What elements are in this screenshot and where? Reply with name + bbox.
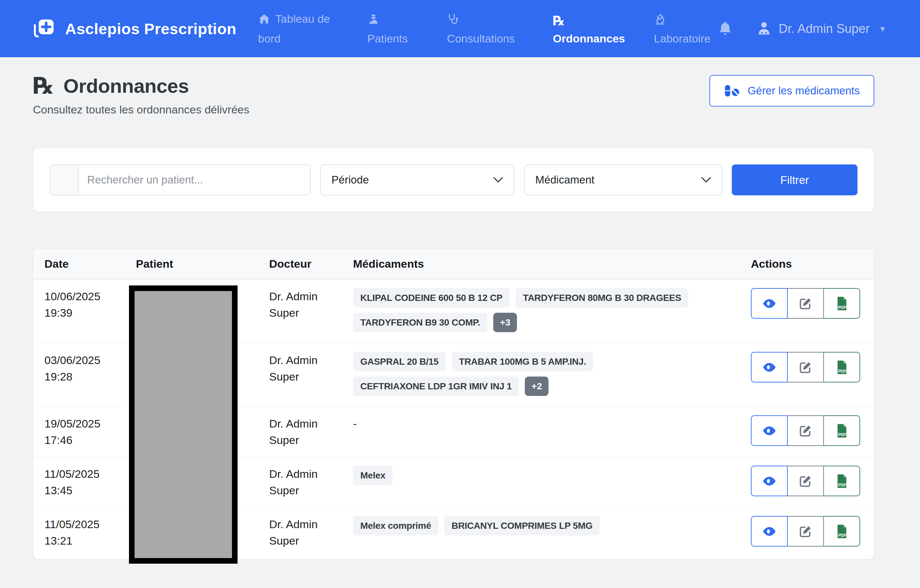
doctor-name: Dr. Admin Super	[269, 288, 329, 321]
bell-icon[interactable]	[718, 21, 732, 37]
export-pdf-button[interactable]: PDF	[823, 288, 860, 319]
home-icon	[258, 13, 270, 30]
prescription-date: 11/05/202513:45	[44, 466, 136, 499]
period-select[interactable]: Période	[320, 165, 514, 195]
export-pdf-button[interactable]: PDF	[823, 415, 860, 446]
row-actions: PDF	[751, 352, 863, 383]
svg-text:PDF: PDF	[838, 432, 846, 437]
nav-item-label: Consultations	[447, 32, 515, 45]
medication-pill: BRICANYL COMPRIMES LP 5MG	[444, 516, 600, 535]
brand-name: Asclepios Prescription	[65, 20, 236, 38]
edit-button[interactable]	[787, 466, 824, 496]
date-value: 11/05/2025	[44, 516, 136, 532]
date-value: 03/06/2025	[44, 352, 136, 368]
microscope-icon	[654, 13, 666, 30]
nav-item-consultations[interactable]: Consultations	[447, 10, 523, 47]
medications-cell: GASPRAL 20 B/15TRABAR 100MG B 5 AMP.INJ.…	[353, 352, 751, 396]
time-value: 13:21	[44, 532, 136, 549]
export-pdf-button[interactable]: PDF	[823, 466, 860, 496]
filter-button[interactable]: Filtrer	[732, 165, 857, 195]
view-button[interactable]	[751, 288, 788, 319]
table-header-row: DatePatientDocteurMédicamentsActions	[33, 249, 874, 279]
row-actions: PDF	[751, 415, 863, 446]
medication-pill: TARDYFERON 80MG B 30 DRAGEES	[516, 288, 688, 307]
view-button[interactable]	[751, 466, 788, 496]
view-button[interactable]	[751, 415, 788, 446]
time-value: 13:45	[44, 482, 136, 499]
prescription-date: 11/05/202513:21	[44, 516, 136, 549]
eye-icon	[762, 360, 777, 375]
prescription-date: 19/05/202517:46	[44, 415, 136, 448]
main-nav: Tableau de bordPatientsConsultations℞Ord…	[258, 10, 718, 47]
user-doctor-icon	[756, 21, 772, 37]
svg-text:PDF: PDF	[838, 369, 846, 373]
search-input[interactable]	[79, 165, 310, 195]
rx-icon: ℞	[33, 74, 53, 97]
prescription-date: 03/06/202519:28	[44, 352, 136, 385]
edit-icon	[798, 423, 813, 438]
edit-button[interactable]	[787, 516, 824, 546]
navbar-right: Dr. Admin Super ▾	[718, 21, 885, 37]
nav-item-label: Laboratoire	[654, 32, 710, 45]
more-medications-badge: +2	[525, 376, 549, 396]
more-medications-badge: +3	[493, 313, 517, 332]
edit-button[interactable]	[787, 415, 824, 446]
nav-item-patients[interactable]: Patients	[367, 10, 416, 47]
manage-medications-label: Gérer les médicaments	[748, 84, 860, 97]
user-name: Dr. Admin Super	[779, 22, 870, 36]
pills-icon	[724, 84, 740, 97]
row-actions: PDF	[751, 288, 863, 319]
manage-medications-button[interactable]: Gérer les médicaments	[709, 75, 874, 107]
medication-pill: TARDYFERON B9 30 COMP.	[353, 313, 487, 332]
chevron-down-icon	[701, 177, 711, 183]
nav-item-ordonnances[interactable]: ℞Ordonnances	[553, 10, 624, 47]
column-header-docteur: Docteur	[269, 257, 353, 270]
page-subtitle: Consultez toutes les ordonnances délivré…	[33, 103, 249, 116]
export-pdf-button[interactable]: PDF	[823, 352, 860, 383]
nav-item-label: Patients	[367, 32, 408, 45]
medication-pill: TRABAR 100MG B 5 AMP.INJ.	[452, 352, 593, 371]
nav-item-tableau-de-bord[interactable]: Tableau de bord	[258, 10, 337, 47]
eye-icon	[762, 524, 777, 539]
patient-icon	[367, 13, 380, 30]
doctor-name: Dr. Admin Super	[269, 415, 329, 448]
nav-item-laboratoire[interactable]: Laboratoire	[654, 10, 718, 47]
period-select-value: Période	[331, 174, 369, 186]
rx-icon: ℞	[553, 13, 565, 30]
time-value: 17:46	[44, 432, 136, 448]
chevron-down-icon	[493, 177, 503, 183]
user-menu[interactable]: Dr. Admin Super ▾	[756, 21, 885, 37]
edit-icon	[798, 524, 813, 539]
svg-text:PDF: PDF	[838, 533, 846, 537]
svg-text:PDF: PDF	[838, 305, 846, 309]
column-header-m-dicaments: Médicaments	[353, 257, 751, 270]
medications-cell: Melex	[353, 466, 751, 485]
eye-icon	[762, 474, 777, 488]
nav-item-label: Ordonnances	[553, 32, 625, 45]
view-button[interactable]	[751, 516, 788, 546]
stethoscope-icon	[447, 13, 459, 30]
edit-icon	[798, 474, 813, 488]
medication-select[interactable]: Médicament	[524, 165, 722, 195]
view-button[interactable]	[751, 352, 788, 383]
brand[interactable]: Asclepios Prescription	[32, 16, 236, 41]
export-pdf-button[interactable]: PDF	[823, 516, 860, 546]
edit-button[interactable]	[787, 352, 824, 383]
date-value: 19/05/2025	[44, 415, 136, 432]
pdf-icon: PDF	[834, 524, 849, 539]
medication-pill: Melex comprimé	[353, 516, 438, 535]
medications-cell: KLIPAL CODEINE 600 50 B 12 CPTARDYFERON …	[353, 288, 751, 332]
medication-pill: Melex	[353, 466, 392, 485]
eye-icon	[762, 296, 777, 311]
page-title: Ordonnances	[63, 75, 189, 97]
prescription-date: 10/06/202519:39	[44, 288, 136, 321]
pdf-icon: PDF	[834, 360, 849, 375]
medications-cell: Melex compriméBRICANYL COMPRIMES LP 5MG	[353, 516, 751, 535]
svg-text:PDF: PDF	[838, 483, 846, 487]
search-icon	[50, 165, 79, 195]
date-value: 11/05/2025	[44, 466, 136, 482]
edit-icon	[798, 296, 813, 311]
edit-button[interactable]	[787, 288, 824, 319]
filter-bar: Période Médicament Filtrer	[33, 148, 874, 212]
patient-search	[50, 165, 311, 195]
